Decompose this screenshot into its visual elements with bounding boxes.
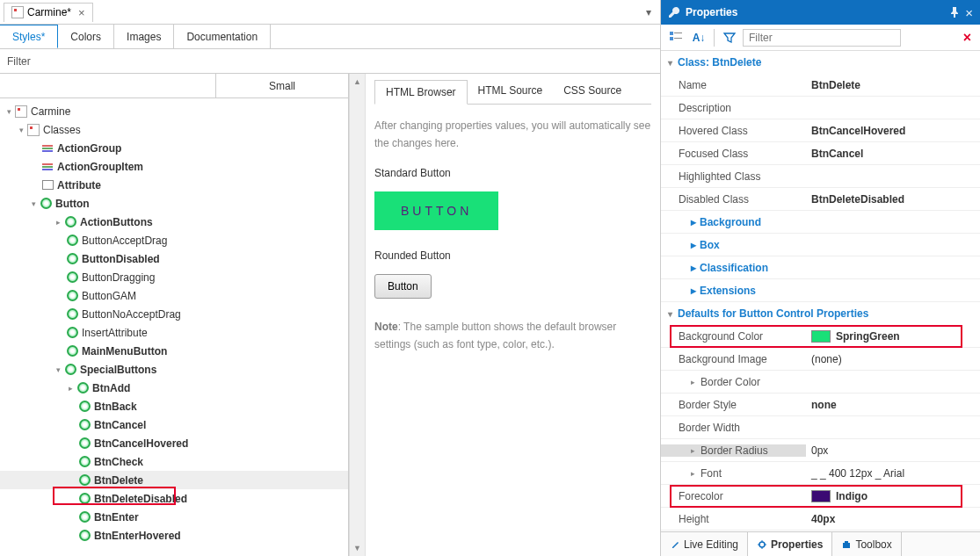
tab-css-source[interactable]: CSS Source <box>553 79 632 104</box>
clear-filter-icon[interactable]: × <box>960 30 975 46</box>
properties-pane: Properties × A↓ × ▾Class: BtnDelete Name… <box>661 0 980 556</box>
tree-classes[interactable]: ▾Classes <box>0 120 348 139</box>
prop-name-value[interactable]: BtnDelete <box>806 79 980 91</box>
file-tab-carmine[interactable]: Carmine* × <box>4 3 93 22</box>
box-icon <box>40 178 54 192</box>
tree-item[interactable]: Attribute <box>0 176 348 194</box>
tree-item[interactable]: ActionGroupItem <box>0 157 348 176</box>
svg-rect-3 <box>674 38 682 39</box>
tab-documentation[interactable]: Documentation <box>174 25 271 48</box>
class-icon <box>77 455 91 469</box>
prop-name-label: Name <box>661 79 806 91</box>
theme-file-icon <box>11 6 24 18</box>
preview-footnote: Note: The sample button shows the defaul… <box>374 318 651 354</box>
group-background[interactable]: ▸Background <box>661 211 980 234</box>
group-extensions[interactable]: ▸Extensions <box>661 279 980 302</box>
pin-icon[interactable] <box>949 7 960 18</box>
tree-item[interactable]: ButtonNoAcceptDrag <box>0 305 348 323</box>
class-icon <box>65 307 79 321</box>
tab-styles[interactable]: Styles* <box>0 25 58 48</box>
lines-icon <box>40 160 54 174</box>
section-tabs: Styles* Colors Images Documentation <box>0 25 660 49</box>
color-swatch-spring <box>811 330 831 343</box>
tree-item[interactable]: BtnCancel <box>0 415 348 434</box>
svg-point-4 <box>759 542 765 547</box>
svg-rect-1 <box>670 37 673 40</box>
file-tab-label: Carmine* <box>27 6 71 18</box>
class-icon <box>65 234 79 248</box>
tree-item-btndelete[interactable]: BtnDelete <box>0 471 348 489</box>
sample-standard-button[interactable]: BUTTON <box>374 191 498 230</box>
filter-label: Filter <box>7 55 31 68</box>
tree-item[interactable]: InsertAttribute <box>0 323 348 342</box>
tree-item-button[interactable]: ▾Button <box>0 194 348 213</box>
tree-item[interactable]: ButtonDisabled <box>0 249 348 268</box>
tree-item[interactable]: BtnEnterHovered <box>0 526 348 545</box>
tab-overflow-dropdown[interactable]: ▾ <box>641 6 657 18</box>
wrench-icon <box>668 6 680 18</box>
class-icon <box>77 529 91 543</box>
tree-item[interactable]: ▸BtnAdd <box>0 379 348 397</box>
close-icon[interactable]: × <box>965 5 973 20</box>
tree-item[interactable]: BtnCheck <box>0 452 348 471</box>
preview-panel: ▲▼ HTML Browser HTML Source CSS Source A… <box>349 74 660 556</box>
class-icon <box>39 197 53 211</box>
tab-live-editing[interactable]: Live Editing <box>661 532 748 556</box>
rounded-button-label: Rounded Button <box>374 249 651 262</box>
tab-colors[interactable]: Colors <box>58 25 114 48</box>
lines-icon <box>40 141 54 155</box>
preview-tabs: HTML Browser HTML Source CSS Source <box>374 79 651 105</box>
group-box[interactable]: ▸Box <box>661 234 980 256</box>
tree-item[interactable]: BtnCancelHovered <box>0 434 348 452</box>
standard-button-label: Standard Button <box>374 167 651 179</box>
tree-item[interactable]: ActionGroup <box>0 139 348 157</box>
svg-rect-0 <box>670 32 673 35</box>
tree-scroll[interactable]: ▾Carmine ▾Classes ActionGroup ActionGrou… <box>0 98 348 556</box>
editor-pane: Carmine* × ▾ Styles* Colors Images Docum… <box>0 0 661 556</box>
prop-forecolor-value[interactable]: Indigo <box>806 490 980 502</box>
group-class[interactable]: ▾Class: BtnDelete <box>661 51 980 74</box>
group-defaults[interactable]: ▾Defaults for Button Control Properties <box>661 302 980 325</box>
tree-item[interactable]: BtnBack <box>0 397 348 415</box>
properties-header: Properties × <box>661 0 980 25</box>
tree-vscroll[interactable]: ▲▼ <box>349 74 365 556</box>
tab-html-source[interactable]: HTML Source <box>468 79 554 104</box>
tree-filter[interactable]: Filter <box>0 49 660 74</box>
tree-item[interactable]: BtnEnter <box>0 508 348 526</box>
class-icon <box>65 289 79 303</box>
properties-body: ▾Class: BtnDelete NameBtnDelete Descript… <box>661 51 980 531</box>
tab-html-browser[interactable]: HTML Browser <box>374 80 468 105</box>
file-tab-bar: Carmine* × ▾ <box>0 0 660 25</box>
tree-item[interactable]: ButtonGAM <box>0 286 348 305</box>
tree-item[interactable]: ▸ActionButtons <box>0 213 348 231</box>
properties-title: Properties <box>686 6 944 18</box>
class-icon <box>63 215 77 229</box>
filter-funnel-icon[interactable] <box>720 28 739 47</box>
tab-toolbox[interactable]: Toolbox <box>832 532 901 556</box>
tree-item[interactable]: ButtonAcceptDrag <box>0 231 348 249</box>
tree-root[interactable]: ▾Carmine <box>0 102 348 120</box>
color-swatch-indigo <box>811 490 831 502</box>
tree-item[interactable]: ButtonDragging <box>0 268 348 286</box>
class-icon <box>77 473 91 487</box>
theme-icon <box>14 105 28 119</box>
class-icon <box>77 400 91 414</box>
class-icon <box>77 492 91 506</box>
alphabetical-icon[interactable]: A↓ <box>689 28 708 47</box>
close-icon[interactable]: × <box>78 6 85 19</box>
folder-icon <box>26 123 40 137</box>
class-tree-panel: Small ▾Carmine ▾Classes ActionGroup Acti… <box>0 74 349 556</box>
tree-item[interactable]: BtnDeleteDisabled <box>0 489 348 508</box>
class-icon <box>65 252 79 266</box>
column-small-header: Small <box>216 74 348 97</box>
tab-properties[interactable]: Properties <box>748 532 832 556</box>
prop-bgcolor-value[interactable]: SpringGreen <box>806 330 980 343</box>
class-icon <box>65 344 79 358</box>
sample-rounded-button[interactable]: Button <box>374 274 432 299</box>
tree-item-special[interactable]: ▾SpecialButtons <box>0 360 348 379</box>
group-classification[interactable]: ▸Classification <box>661 256 980 279</box>
properties-filter-input[interactable] <box>743 29 901 47</box>
tab-images[interactable]: Images <box>114 25 174 48</box>
tree-item[interactable]: MainMenuButton <box>0 342 348 360</box>
categorized-icon[interactable] <box>666 28 686 47</box>
